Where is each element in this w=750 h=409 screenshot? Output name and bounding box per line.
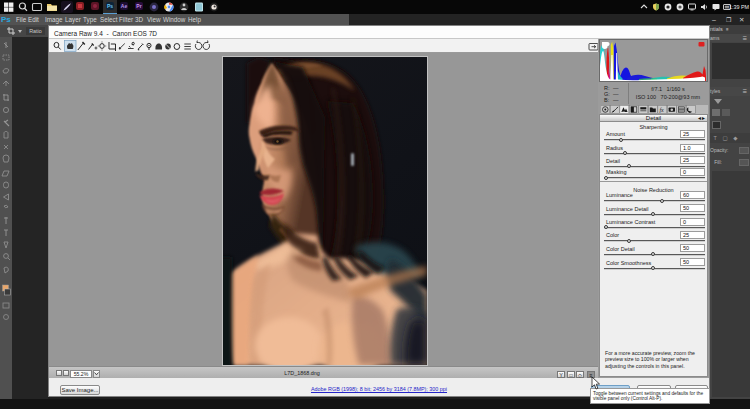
svg-text:fx: fx xyxy=(659,107,664,113)
